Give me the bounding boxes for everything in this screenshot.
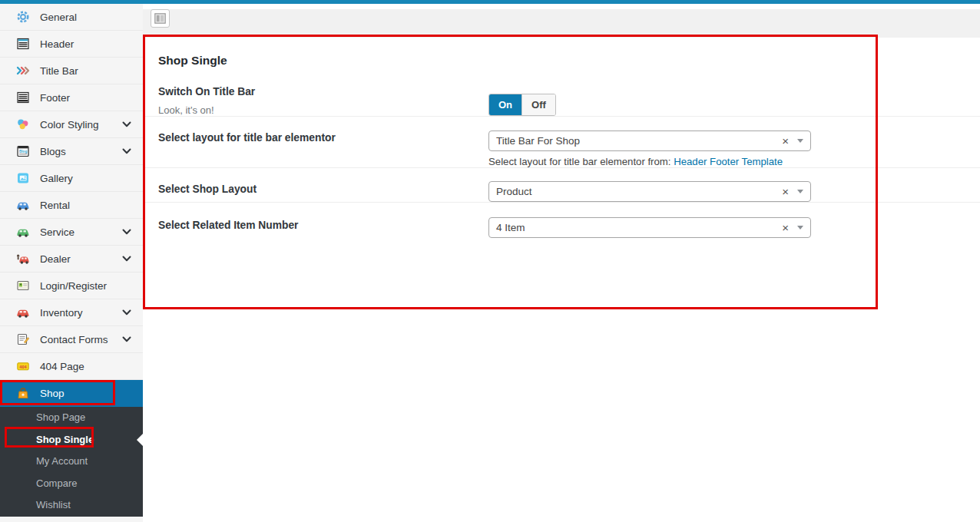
color-palette-icon xyxy=(15,117,31,132)
sidebar-item-label: Rental xyxy=(40,200,70,211)
clear-icon[interactable]: × xyxy=(782,222,789,233)
chevron-down-icon xyxy=(122,256,131,262)
clear-icon[interactable]: × xyxy=(782,135,789,147)
field-row-related-item-number: Select Related Item Number 4 Item × xyxy=(143,203,980,238)
chevron-down-icon xyxy=(122,229,131,235)
selected-value: Product xyxy=(496,186,782,197)
rental-car-icon xyxy=(15,197,31,213)
sidebar-item-label: Color Styling xyxy=(40,119,99,130)
field-help-text: Select layout for title bar elementor fr… xyxy=(488,156,980,167)
gallery-icon xyxy=(15,170,31,186)
sidebar-item-service[interactable]: Service xyxy=(0,219,143,246)
blog-icon: Blog xyxy=(15,144,31,159)
sidebar-item-login-register[interactable]: Login/Register xyxy=(0,273,143,299)
header-footer-template-link[interactable]: Header Footer Template xyxy=(674,156,783,167)
chevron-down-icon xyxy=(122,121,131,127)
field-label: Switch On Title Bar xyxy=(158,86,488,97)
sidebar-item-contact-forms[interactable]: Contact Forms xyxy=(0,326,143,353)
dropdown-caret-icon[interactable] xyxy=(797,139,803,143)
sidebar-item-title-bar[interactable]: Title Bar xyxy=(0,58,143,84)
toggle-on-button[interactable]: On xyxy=(489,94,521,115)
sidebar-item-label: Title Bar xyxy=(40,65,78,77)
collapse-panel-button[interactable] xyxy=(151,9,170,28)
sidebar-item-gallery[interactable]: Gallery xyxy=(0,165,143,192)
help-prefix: Select layout for title bar elementor fr… xyxy=(488,156,674,167)
inventory-car-icon xyxy=(15,305,31,320)
dealer-car-icon xyxy=(15,251,31,266)
submenu-item-shop-single[interactable]: Shop Single xyxy=(0,429,143,451)
page-title: Shop Single xyxy=(143,38,980,78)
submenu-item-shop-page[interactable]: Shop Page xyxy=(0,407,143,429)
sidebar-item-label: Inventory xyxy=(40,307,83,319)
title-bar-chevrons-icon xyxy=(15,63,31,78)
sidebar-item-label: Service xyxy=(40,226,74,238)
sidebar-item-dealer[interactable]: Dealer xyxy=(0,246,143,273)
field-label: Select Related Item Number xyxy=(158,220,488,231)
svg-text:Blog: Blog xyxy=(19,150,27,154)
sidebar-item-label: Header xyxy=(40,38,74,50)
field-row-shop-layout: Select Shop Layout Product × xyxy=(143,168,980,203)
sidebar-item-label: Shop xyxy=(40,388,65,399)
svg-text:404: 404 xyxy=(19,365,27,369)
field-row-switch-title-bar: Switch On Title Bar Look, it's on! On Of… xyxy=(143,78,980,117)
sidebar-item-general[interactable]: General xyxy=(0,4,143,31)
dropdown-caret-icon[interactable] xyxy=(797,190,803,193)
header-layout-icon xyxy=(15,36,31,51)
shopping-bag-icon xyxy=(15,385,31,401)
sidebar-item-blogs[interactable]: Blog Blogs xyxy=(0,138,143,165)
submenu-item-my-account[interactable]: My Account xyxy=(0,451,143,473)
sidebar-item-label: Dealer xyxy=(40,253,71,265)
selected-value: Title Bar For Shop xyxy=(496,135,782,147)
chevron-down-icon xyxy=(122,309,131,316)
field-label: Select Shop Layout xyxy=(158,183,488,195)
panel-toolbar xyxy=(143,9,980,38)
sidebar-item-label: 404 Page xyxy=(40,361,84,372)
submenu-item-compare[interactable]: Compare xyxy=(0,473,143,495)
sidebar-item-label: Blogs xyxy=(40,146,66,157)
submenu-item-wishlist[interactable]: Wishlist xyxy=(0,494,143,517)
title-bar-toggle: On Off xyxy=(488,94,556,116)
sidebar-item-label: Footer xyxy=(40,92,70,104)
sidebar-item-label: Gallery xyxy=(40,173,73,184)
chevron-down-icon xyxy=(122,148,131,154)
related-item-number-select[interactable]: 4 Item × xyxy=(488,217,811,238)
settings-panel: Shop Single Switch On Title Bar Look, it… xyxy=(143,4,980,522)
sidebar-item-footer[interactable]: Footer xyxy=(0,84,143,111)
field-label: Select layout for title bar elementor xyxy=(158,132,488,144)
title-bar-layout-select[interactable]: Title Bar For Shop × xyxy=(488,130,811,151)
sidebar-item-label: General xyxy=(40,12,77,23)
id-card-icon xyxy=(15,278,31,293)
toggle-off-button[interactable]: Off xyxy=(521,94,555,115)
contact-form-icon xyxy=(15,332,31,347)
clear-icon[interactable]: × xyxy=(782,186,789,197)
chevron-down-icon xyxy=(122,336,131,342)
sidebar-item-color-styling[interactable]: Color Styling xyxy=(0,111,143,138)
service-car-icon xyxy=(15,224,31,240)
sidebar-item-label: Login/Register xyxy=(40,280,107,292)
sidebar-item-inventory[interactable]: Inventory xyxy=(0,299,143,326)
field-description: Look, it's on! xyxy=(158,104,488,116)
shop-layout-select[interactable]: Product × xyxy=(488,181,811,202)
sidebar-item-label: Contact Forms xyxy=(40,334,108,345)
404-sign-icon: 404 xyxy=(15,358,31,374)
sidebar-item-header[interactable]: Header xyxy=(0,31,143,58)
panel-toggle-icon xyxy=(154,13,166,24)
options-sidebar: General Header Title Bar Footer Color St… xyxy=(0,4,143,522)
shop-submenu: Shop Page Shop Single My Account Compare… xyxy=(0,407,143,517)
sidebar-item-404-page[interactable]: 404 404 Page xyxy=(0,353,143,380)
dropdown-caret-icon[interactable] xyxy=(797,226,803,230)
footer-layout-icon xyxy=(15,90,31,105)
sidebar-item-shop[interactable]: Shop xyxy=(0,380,143,407)
field-row-title-bar-layout: Select layout for title bar elementor Ti… xyxy=(143,117,980,168)
gear-icon xyxy=(15,9,31,25)
selected-value: 4 Item xyxy=(496,222,782,233)
sidebar-item-rental[interactable]: Rental xyxy=(0,192,143,219)
